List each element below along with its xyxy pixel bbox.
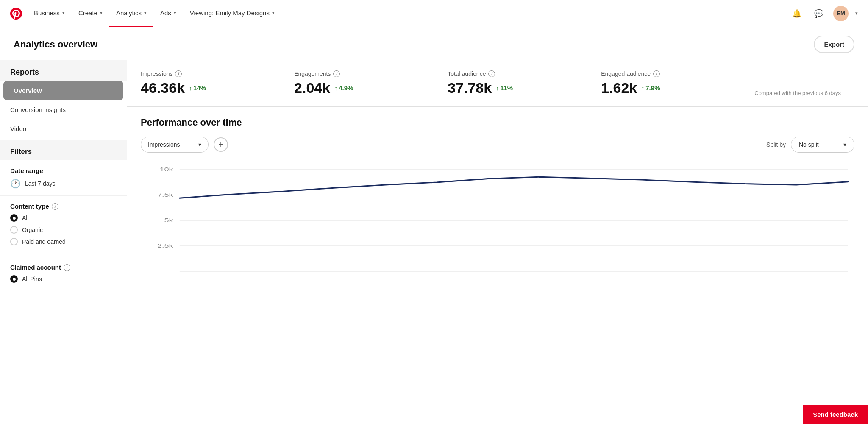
engaged-audience-change: ↑ 7.9%	[641, 84, 660, 92]
content-type-filter: Content type i All Organic Paid and earn…	[0, 196, 127, 257]
svg-text:2.5k: 2.5k	[157, 243, 173, 249]
total-audience-change: ↑ 11%	[496, 84, 513, 92]
nav-item-analytics[interactable]: Analytics ▾	[109, 0, 153, 27]
sidebar-item-video[interactable]: Video	[0, 119, 127, 138]
engagements-change: ↑ 4.9%	[334, 84, 353, 92]
arrow-up-icon: ↑	[496, 85, 499, 92]
content-type-label: Content type i	[10, 203, 117, 210]
sidebar-item-overview[interactable]: Overview	[3, 81, 123, 100]
engagements-value: 2.04k ↑ 4.9%	[294, 80, 431, 96]
chart-section: Performance over time Impressions ▾ + Sp…	[127, 107, 868, 291]
impressions-label: Impressions i	[141, 70, 277, 77]
arrow-up-icon: ↑	[189, 85, 192, 92]
arrow-up-icon: ↑	[641, 85, 644, 92]
total-audience-value: 37.78k ↑ 11%	[448, 80, 584, 96]
chart-container: 10k 7.5k 5k 2.5k	[141, 161, 854, 281]
split-chevron-icon: ▾	[843, 141, 846, 148]
metric-dropdown[interactable]: Impressions ▾	[141, 137, 209, 153]
radio-all-pins-checked	[10, 275, 18, 283]
content-type-organic-option[interactable]: Organic	[10, 226, 117, 234]
main-content: Impressions i 46.36k ↑ 14% Engagements i	[127, 60, 868, 424]
engagements-info-icon[interactable]: i	[333, 70, 340, 77]
chevron-down-icon: ▾	[62, 10, 65, 16]
add-metric-button[interactable]: +	[214, 137, 228, 152]
nav-item-create[interactable]: Create ▾	[72, 0, 109, 27]
metric-engagements: Engagements i 2.04k ↑ 4.9%	[294, 70, 431, 96]
top-navigation: Business ▾ Create ▾ Analytics ▾ Ads ▾ Vi…	[0, 0, 868, 27]
content-type-info-icon[interactable]: i	[52, 203, 58, 210]
chevron-down-icon: ▾	[272, 10, 275, 16]
radio-paid-unchecked	[10, 238, 18, 245]
impressions-change: ↑ 14%	[189, 84, 206, 92]
chevron-down-icon: ▾	[174, 10, 176, 16]
engaged-audience-value: 1.62k ↑ 7.9%	[601, 80, 737, 96]
impressions-info-icon[interactable]: i	[175, 70, 182, 77]
nav-item-business[interactable]: Business ▾	[27, 0, 72, 27]
performance-chart: 10k 7.5k 5k 2.5k	[141, 161, 854, 280]
clock-icon: 🕐	[10, 179, 21, 189]
chevron-down-icon: ▾	[100, 10, 103, 16]
page-header: Analytics overview Export	[0, 27, 868, 60]
arrow-up-icon: ↑	[334, 85, 337, 92]
claimed-account-info-icon[interactable]: i	[64, 264, 70, 271]
nav-item-ads[interactable]: Ads ▾	[153, 0, 183, 27]
date-range-filter: Date range 🕐 Last 7 days	[0, 160, 127, 196]
split-by-controls: Split by No split ▾	[766, 137, 854, 153]
total-audience-info-icon[interactable]: i	[488, 70, 495, 77]
chart-controls: Impressions ▾ + Split by No split ▾	[141, 137, 854, 153]
radio-all-checked	[10, 214, 18, 222]
metric-impressions: Impressions i 46.36k ↑ 14%	[141, 70, 277, 96]
total-audience-label: Total audience i	[448, 70, 584, 77]
svg-text:10k: 10k	[159, 166, 173, 173]
messages-icon[interactable]: 💬	[811, 6, 826, 21]
svg-text:7.5k: 7.5k	[157, 192, 173, 198]
claimed-account-label: Claimed account i	[10, 264, 117, 271]
pinterest-logo[interactable]	[10, 8, 22, 20]
metric-total-audience: Total audience i 37.78k ↑ 11%	[448, 70, 584, 96]
account-chevron-icon: ▾	[855, 11, 858, 16]
filters-section-label: Filters	[0, 140, 127, 160]
send-feedback-button[interactable]: Send feedback	[803, 405, 868, 424]
split-by-label: Split by	[766, 141, 786, 148]
sidebar-item-conversion-insights[interactable]: Conversion insights	[0, 100, 127, 119]
content-type-all-option[interactable]: All	[10, 214, 117, 222]
engaged-audience-info-icon[interactable]: i	[653, 70, 660, 77]
compared-text: Compared with the previous 6 days	[754, 80, 854, 96]
metrics-row: Impressions i 46.36k ↑ 14% Engagements i	[127, 60, 868, 107]
radio-organic-unchecked	[10, 226, 18, 234]
reports-section-label: Reports	[0, 60, 127, 81]
split-dropdown[interactable]: No split ▾	[791, 137, 854, 153]
metric-engaged-audience: Engaged audience i 1.62k ↑ 7.9%	[601, 70, 737, 96]
engaged-audience-label: Engaged audience i	[601, 70, 737, 77]
engagements-label: Engagements i	[294, 70, 431, 77]
notification-bell-icon[interactable]: 🔔	[789, 6, 804, 21]
avatar[interactable]: EM	[833, 6, 849, 21]
dropdown-chevron-icon: ▾	[198, 141, 201, 148]
export-button[interactable]: Export	[814, 36, 854, 53]
nav-items-list: Business ▾ Create ▾ Analytics ▾ Ads ▾ Vi…	[27, 0, 789, 27]
content-type-paid-option[interactable]: Paid and earned	[10, 238, 117, 245]
date-range-value[interactable]: 🕐 Last 7 days	[10, 179, 117, 189]
date-range-label: Date range	[10, 167, 117, 174]
nav-right-actions: 🔔 💬 EM ▾	[789, 6, 858, 21]
impressions-value: 46.36k ↑ 14%	[141, 80, 277, 96]
claimed-account-filter: Claimed account i All Pins	[0, 257, 127, 294]
main-layout: Reports Overview Conversion insights Vid…	[0, 60, 868, 424]
sidebar: Reports Overview Conversion insights Vid…	[0, 60, 127, 424]
nav-item-viewing[interactable]: Viewing: Emily May Designs ▾	[183, 0, 281, 27]
svg-text:5k: 5k	[164, 217, 174, 223]
page-title: Analytics overview	[14, 39, 97, 50]
claimed-account-all-pins-option[interactable]: All Pins	[10, 275, 117, 283]
chart-title: Performance over time	[141, 117, 854, 128]
chevron-down-icon: ▾	[144, 10, 147, 16]
